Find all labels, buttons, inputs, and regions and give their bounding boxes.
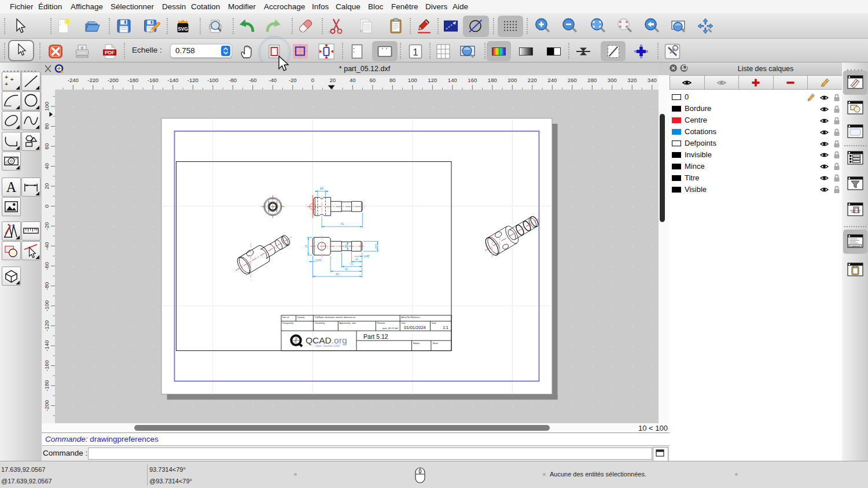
svg-text:+: + xyxy=(359,28,362,34)
svg-text:01/01/2024: 01/01/2024 xyxy=(404,325,426,330)
svg-text:SVG: SVG xyxy=(178,26,188,32)
svg-text:-100: -100 xyxy=(207,77,218,83)
svg-text:220: 220 xyxy=(528,77,537,83)
svg-text:-80: -80 xyxy=(229,77,237,83)
svg-text:+: + xyxy=(328,29,331,35)
svg-text:-180: -180 xyxy=(127,77,138,83)
svg-text:80: 80 xyxy=(389,77,396,83)
svg-text:100: 100 xyxy=(43,102,50,111)
svg-text:40: 40 xyxy=(350,77,356,83)
svg-text:-40: -40 xyxy=(43,242,50,250)
svg-text:320: 320 xyxy=(627,77,637,83)
svg-text:11: 11 xyxy=(355,258,358,261)
svg-text:240: 240 xyxy=(547,77,557,83)
svg-text:1x45°: 1x45° xyxy=(363,255,370,258)
svg-text:20: 20 xyxy=(330,77,336,83)
svg-text:-20: -20 xyxy=(43,222,50,230)
svg-text:300: 300 xyxy=(608,77,617,83)
svg-text:0: 0 xyxy=(43,205,50,208)
svg-text:1x45°: 1x45° xyxy=(315,259,322,262)
svg-text:Sheet: Sheet xyxy=(433,342,438,345)
svg-text:0: 0 xyxy=(311,77,314,83)
svg-text:340: 340 xyxy=(648,77,657,83)
svg-text:Date: Date xyxy=(402,322,406,324)
svg-text:-60: -60 xyxy=(43,262,50,270)
svg-text:A: A xyxy=(6,179,17,195)
svg-text:40: 40 xyxy=(43,163,50,169)
svg-text:-40: -40 xyxy=(269,77,277,83)
svg-text:Filename: Filename xyxy=(377,322,385,324)
svg-text:80: 80 xyxy=(43,123,50,130)
svg-text:Open Source CAD: Open Source CAD xyxy=(315,344,340,347)
svg-text:Ø10: Ø10 xyxy=(374,243,377,249)
svg-text:Ø8: Ø8 xyxy=(320,187,324,190)
svg-text:280: 280 xyxy=(587,77,597,83)
svg-text:Edition: Edition xyxy=(413,342,420,345)
svg-text:PDF: PDF xyxy=(105,50,115,56)
svg-text:1: 1 xyxy=(413,47,418,58)
svg-text:-120: -120 xyxy=(43,320,50,331)
svg-text:-120: -120 xyxy=(187,77,198,83)
svg-text:+: + xyxy=(5,73,8,80)
svg-text:41: 41 xyxy=(341,222,344,225)
svg-text:32: 32 xyxy=(345,268,348,271)
svg-text:-100: -100 xyxy=(43,300,50,311)
svg-text:-80: -80 xyxy=(43,282,50,290)
svg-text:120: 120 xyxy=(428,77,437,83)
svg-text:part_05.12.dxf: part_05.12.dxf xyxy=(382,327,399,330)
svg-text:60: 60 xyxy=(43,143,50,150)
svg-text:180: 180 xyxy=(488,77,497,83)
svg-text:Scale: Scale xyxy=(432,322,437,324)
svg-text:200: 200 xyxy=(507,77,517,83)
svg-text:Article No./Reference: Article No./Reference xyxy=(402,316,420,319)
svg-text:18: 18 xyxy=(305,245,308,248)
svg-text:1:1: 1:1 xyxy=(443,326,448,330)
svg-text:-60: -60 xyxy=(249,77,257,83)
svg-text:-140: -140 xyxy=(43,340,50,351)
svg-text:Approved by - date: Approved by - date xyxy=(340,322,356,324)
svg-text:-240: -240 xyxy=(68,77,79,83)
svg-text:160: 160 xyxy=(468,77,477,83)
svg-text:Part 5.12: Part 5.12 xyxy=(363,333,388,340)
svg-text:-200: -200 xyxy=(108,77,119,83)
svg-text:Liste des calques: Liste des calques xyxy=(738,65,794,73)
svg-text:100: 100 xyxy=(408,77,417,83)
svg-text:+: + xyxy=(10,76,14,83)
svg-text:50: 50 xyxy=(336,273,339,276)
svg-text:c ommand: c ommand xyxy=(850,245,860,247)
svg-text:+: + xyxy=(5,80,8,87)
svg-text:Checked by: Checked by xyxy=(315,322,325,324)
svg-text:-160: -160 xyxy=(148,77,159,83)
svg-text:-20: -20 xyxy=(289,77,297,83)
svg-text:-220: -220 xyxy=(87,77,98,83)
svg-text:Quantity: Quantity xyxy=(297,316,305,319)
svg-text:260: 260 xyxy=(568,77,577,83)
svg-text:Designed by: Designed by xyxy=(282,322,293,324)
svg-text:21: 21 xyxy=(350,263,354,265)
svg-text:-160: -160 xyxy=(43,360,50,371)
svg-text:60: 60 xyxy=(370,77,376,83)
svg-text:20: 20 xyxy=(43,183,50,190)
svg-text:-200: -200 xyxy=(43,400,50,411)
svg-text:Ø9: Ø9 xyxy=(344,244,347,247)
svg-text:-140: -140 xyxy=(167,77,178,83)
svg-text:Item ref: Item ref xyxy=(282,316,289,319)
svg-text:-180: -180 xyxy=(43,380,50,391)
svg-text:140: 140 xyxy=(448,77,457,83)
svg-text:Title/Name, destination, mater: Title/Name, destination, material, dimen… xyxy=(315,316,356,319)
